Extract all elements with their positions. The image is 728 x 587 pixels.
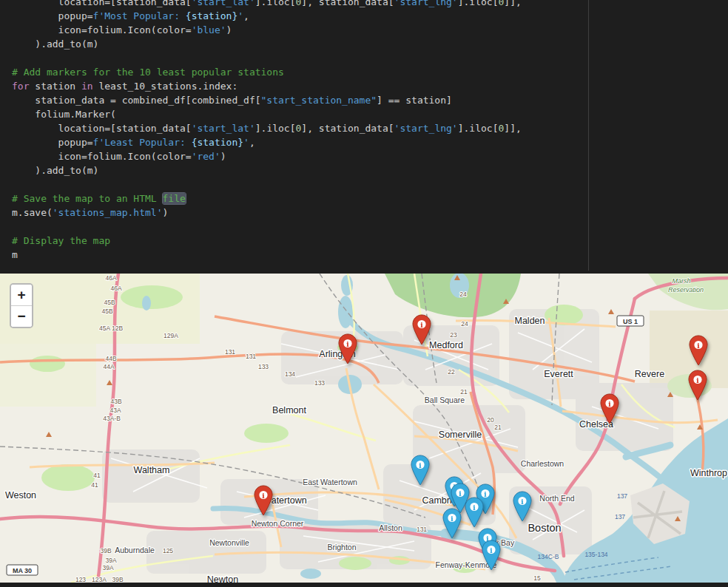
code-line: ).add_to(m) (12, 163, 728, 177)
map-label: 24 (461, 320, 468, 328)
code-line: location=[station_data['start_lat'].iloc… (12, 0, 728, 9)
map-label: 15 (533, 574, 541, 582)
code-token: ).add_to(m) (12, 165, 98, 176)
code-token: ].iloc[ (255, 123, 296, 134)
code-token: popup= (12, 10, 93, 21)
bottom-panel-edge (0, 583, 728, 587)
code-token: for (12, 81, 29, 92)
code-token: {station} (192, 137, 243, 148)
code-token: station (29, 81, 81, 92)
map-label: Winthrop (690, 468, 727, 478)
map-label: 21 (460, 388, 468, 396)
code-line: m.save('stations_map.html') (12, 206, 728, 220)
code-token: , (249, 137, 255, 148)
map-label: 129A (164, 332, 178, 339)
code-token: icon=folium.Icon(color= (12, 24, 192, 35)
code-token: 'stations_map.html' (53, 207, 163, 218)
map-label: Newton (207, 574, 238, 583)
svg-text:i: i (262, 492, 265, 500)
code-token: 'start_lat' (192, 123, 255, 134)
blue-marker-icon[interactable]: i (513, 491, 532, 522)
blue-marker-icon[interactable]: i (411, 455, 430, 486)
map-label: Charlestown (521, 459, 564, 468)
code-token: file (163, 193, 186, 204)
red-marker-icon[interactable]: i (412, 314, 431, 345)
red-marker-icon[interactable]: i (600, 393, 619, 424)
code-token: # Display the map (12, 235, 110, 246)
svg-text:i: i (420, 321, 423, 329)
code-editor[interactable]: location=[station_data['start_lat'].iloc… (0, 0, 728, 274)
blue-marker-icon[interactable]: i (482, 540, 501, 571)
code-token: location=[station_data[ (12, 0, 192, 7)
map-label: 22 (448, 368, 455, 376)
map-label: 45A 12B (99, 325, 123, 332)
code-token: 'start_lng' (394, 0, 458, 7)
code-line: # Display the map (12, 234, 728, 248)
map-label: Belmont (272, 405, 306, 415)
editor-pane-divider (588, 0, 589, 271)
map-label: 44A (103, 363, 114, 370)
map-label: 137 (617, 492, 627, 500)
code-token: ]], (504, 123, 521, 134)
code-token: 'blue' (192, 24, 226, 35)
map-label: 133 (314, 379, 325, 387)
code-token: icon=folium.Icon(color= (12, 151, 192, 162)
code-token: ].iloc[ (458, 123, 499, 134)
code-token: {station} (186, 10, 237, 21)
code-token: ) (220, 151, 226, 162)
code-token: m (12, 249, 18, 260)
code-token: ) (163, 207, 169, 218)
route-shield: MA 30 (7, 565, 38, 575)
code-token: least_10_stations.index: (93, 81, 238, 92)
map-label: 41 (91, 481, 98, 489)
svg-text:i: i (346, 340, 349, 348)
code-area[interactable]: location=[station_data['start_lat'].iloc… (0, 0, 728, 262)
red-marker-icon[interactable]: i (689, 335, 708, 366)
map-label: 43A-B (103, 415, 121, 422)
map-label: 134C-B (538, 553, 559, 560)
map-label: North End (539, 494, 574, 503)
map-label: East Watertown (303, 478, 357, 486)
map-label: Revere (635, 369, 664, 379)
red-marker-icon[interactable]: i (338, 333, 357, 364)
map-label: Auburndale (115, 546, 155, 554)
code-token: folium.Marker( (12, 109, 116, 120)
map-label: 131 (417, 526, 427, 533)
zoom-out-button[interactable]: − (11, 306, 32, 327)
map-label: 39A (102, 564, 113, 571)
red-marker-icon[interactable]: i (254, 485, 273, 516)
zoom-in-button[interactable]: + (11, 285, 32, 306)
map-label: 123A (92, 576, 107, 583)
map-label: 41 (93, 472, 101, 479)
code-token: 'start_lat' (192, 0, 255, 7)
map-label: 23 (450, 331, 457, 339)
svg-text:i: i (451, 515, 454, 523)
code-token: ' (237, 10, 243, 21)
map-label: Reservation (668, 286, 704, 294)
map-label: Marsh (672, 277, 690, 285)
code-line: folium.Marker( (12, 107, 728, 121)
blue-marker-icon[interactable]: i (465, 497, 484, 528)
code-token: , (243, 10, 249, 21)
code-line: icon=folium.Icon(color='red') (12, 149, 728, 163)
code-line: for station in least_10_stations.index: (12, 79, 728, 93)
code-line: location=[station_data['start_lat'].iloc… (12, 121, 728, 135)
code-line: m (12, 248, 728, 262)
map-view[interactable]: ArlingtonMedfordMaldenEverettRevereChels… (0, 274, 728, 583)
code-token: ) (226, 24, 232, 35)
code-line: # Add markers for the 10 least popular s… (12, 65, 728, 79)
code-token: 'Least Popular: (98, 137, 191, 148)
code-line (12, 177, 728, 191)
code-token: ].iloc[ (255, 0, 296, 7)
code-token: # Save the map to an HTML (12, 193, 163, 204)
red-marker-icon[interactable]: i (688, 370, 707, 401)
code-token: ]], (504, 0, 521, 7)
svg-text:i: i (697, 342, 700, 350)
map-label: 125 (163, 547, 173, 554)
route-shield: US 1 (617, 316, 644, 326)
map-label: Somerville (439, 430, 482, 440)
map-label: 131 (225, 348, 235, 356)
map-label: 39A (105, 557, 116, 564)
blue-marker-icon[interactable]: i (442, 508, 462, 539)
code-token: 'start_lng' (394, 123, 458, 134)
